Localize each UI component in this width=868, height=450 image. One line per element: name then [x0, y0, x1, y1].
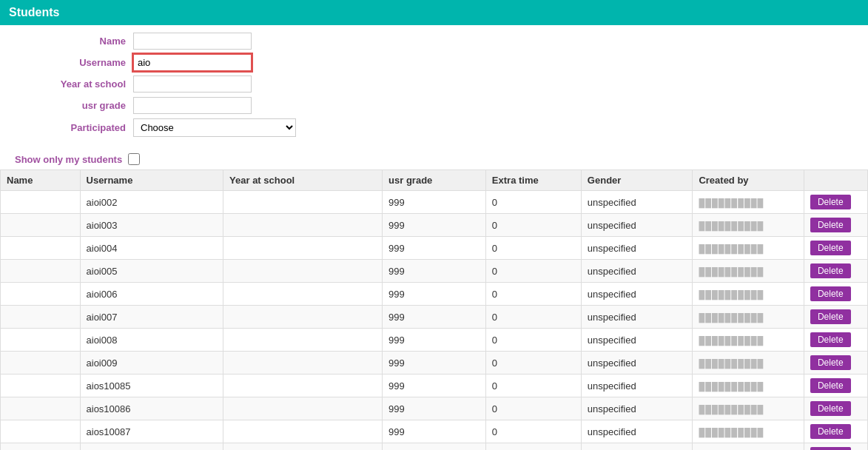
blurred-name: ██████████ — [699, 221, 764, 230]
cell-grade: 999 — [383, 443, 486, 451]
cell-username: aioi006 — [80, 283, 223, 306]
cell-gender: unspecified — [581, 329, 693, 352]
filter-section: Name Username Year at school usr grade P… — [0, 25, 868, 149]
cell-created: ██████████ — [693, 283, 804, 306]
cell-year — [223, 420, 383, 443]
cell-name — [1, 443, 81, 451]
cell-extra: 0 — [485, 306, 581, 329]
cell-extra: 0 — [485, 283, 581, 306]
username-label: Username — [15, 57, 133, 68]
delete-button[interactable]: Delete — [810, 447, 851, 450]
table-row: aioi0049990unspecified██████████Delete — [1, 237, 868, 260]
filter-name-row: Name — [15, 33, 853, 50]
cell-grade: 999 — [383, 306, 486, 329]
cell-name — [1, 329, 81, 352]
cell-year — [223, 260, 383, 283]
cell-gender: unspecified — [581, 375, 693, 397]
col-header-extra: Extra time — [485, 170, 581, 191]
cell-gender: unspecified — [581, 283, 693, 306]
year-input[interactable] — [133, 75, 252, 93]
cell-username: aioi003 — [80, 214, 223, 237]
cell-extra: 0 — [485, 352, 581, 375]
delete-button[interactable]: Delete — [810, 332, 851, 347]
cell-gender: unspecified — [581, 420, 693, 443]
grade-input[interactable] — [133, 97, 252, 114]
cell-year — [223, 329, 383, 352]
delete-button[interactable]: Delete — [810, 241, 851, 255]
participated-select[interactable]: Choose Yes No — [133, 118, 296, 137]
cell-extra: 0 — [485, 420, 581, 443]
cell-year — [223, 191, 383, 214]
cell-grade: 999 — [383, 329, 486, 352]
grade-label: usr grade — [15, 100, 133, 111]
blurred-name: ██████████ — [699, 405, 764, 414]
name-label: Name — [15, 36, 133, 47]
delete-button[interactable]: Delete — [810, 309, 851, 324]
table-row: aioi0089990unspecified██████████Delete — [1, 329, 868, 352]
table-row: aios100869990unspecified██████████Delete — [1, 397, 868, 420]
cell-name — [1, 260, 81, 283]
username-input[interactable] — [133, 54, 252, 71]
cell-grade: 999 — [383, 237, 486, 260]
delete-button[interactable]: Delete — [810, 218, 851, 232]
cell-action: Delete — [804, 237, 867, 260]
blurred-name: ██████████ — [699, 428, 764, 437]
cell-created: ██████████ — [693, 237, 804, 260]
cell-name — [1, 375, 81, 397]
table-header-row: Name Username Year at school usr grade E… — [1, 170, 868, 191]
delete-button[interactable]: Delete — [810, 378, 851, 393]
delete-button[interactable]: Delete — [810, 401, 851, 416]
cell-username: aioi004 — [80, 237, 223, 260]
name-input[interactable] — [133, 33, 252, 50]
delete-button[interactable]: Delete — [810, 286, 851, 301]
delete-button[interactable]: Delete — [810, 355, 851, 370]
cell-action: Delete — [804, 214, 867, 237]
col-header-action — [804, 170, 867, 191]
cell-username: aioi007 — [80, 306, 223, 329]
cell-name — [1, 420, 81, 443]
show-only-checkbox[interactable] — [128, 153, 140, 165]
table-row: aios100889990unspecified██████████Delete — [1, 443, 868, 451]
cell-extra: 0 — [485, 191, 581, 214]
cell-gender: unspecified — [581, 443, 693, 451]
cell-grade: 999 — [383, 214, 486, 237]
col-header-year: Year at school — [223, 170, 383, 191]
cell-grade: 999 — [383, 375, 486, 397]
col-header-created: Created by — [693, 170, 804, 191]
blurred-name: ██████████ — [699, 267, 764, 276]
cell-action: Delete — [804, 283, 867, 306]
page-header: Students — [0, 0, 868, 25]
cell-year — [223, 306, 383, 329]
students-table: Name Username Year at school usr grade E… — [0, 169, 868, 450]
col-header-name: Name — [1, 170, 81, 191]
cell-grade: 999 — [383, 260, 486, 283]
blurred-name: ██████████ — [699, 290, 764, 299]
cell-created: ██████████ — [693, 306, 804, 329]
cell-action: Delete — [804, 191, 867, 214]
delete-button[interactable]: Delete — [810, 195, 851, 209]
cell-year — [223, 283, 383, 306]
cell-year — [223, 443, 383, 451]
show-only-row: Show only my students — [0, 149, 868, 169]
blurred-name: ██████████ — [699, 313, 764, 322]
cell-username: aios10085 — [80, 375, 223, 397]
cell-extra: 0 — [485, 237, 581, 260]
cell-name — [1, 306, 81, 329]
participated-label: Participated — [15, 122, 133, 133]
table-row: aioi0059990unspecified██████████Delete — [1, 260, 868, 283]
cell-created: ██████████ — [693, 420, 804, 443]
col-header-username: Username — [80, 170, 223, 191]
delete-button[interactable]: Delete — [810, 424, 851, 439]
table-row: aioi0079990unspecified██████████Delete — [1, 306, 868, 329]
delete-button[interactable]: Delete — [810, 263, 851, 278]
cell-name — [1, 352, 81, 375]
blurred-name: ██████████ — [699, 244, 764, 253]
cell-username: aios10086 — [80, 397, 223, 420]
cell-created: ██████████ — [693, 375, 804, 397]
blurred-name: ██████████ — [699, 336, 764, 345]
cell-name — [1, 214, 81, 237]
blurred-name: ██████████ — [699, 382, 764, 391]
cell-created: ██████████ — [693, 260, 804, 283]
cell-extra: 0 — [485, 397, 581, 420]
cell-grade: 999 — [383, 397, 486, 420]
